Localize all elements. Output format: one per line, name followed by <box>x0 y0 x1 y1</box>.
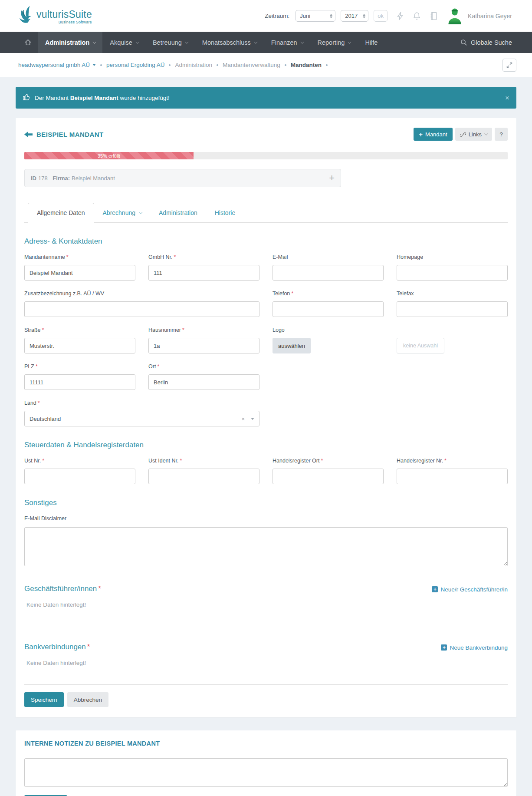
add-bankverbindung-label: Neue Bankverbindung <box>450 644 508 651</box>
bell-icon[interactable] <box>413 12 421 20</box>
geschaeftsfuehrer-empty-state: Keine Daten hinterlegt! <box>24 601 508 608</box>
field-label: Telefon <box>273 291 290 297</box>
gmbh-nr-input[interactable] <box>148 265 259 281</box>
hausnummer-input[interactable] <box>148 338 259 353</box>
user-avatar[interactable] <box>447 8 463 24</box>
required-mark: * <box>38 400 40 406</box>
tab-abrechnung[interactable]: Abrechnung <box>94 203 151 223</box>
handelsregister-nr-input[interactable] <box>397 469 508 484</box>
field-homepage: Homepage <box>397 254 508 281</box>
email-input[interactable] <box>273 265 384 281</box>
field-label: PLZ <box>24 363 34 370</box>
breadcrumb-separator <box>285 64 286 66</box>
tab-allgemeine-daten[interactable]: Allgemeine Daten <box>28 203 94 223</box>
keine-auswahl-button[interactable]: keine Auswahl <box>397 338 444 353</box>
user-name[interactable]: Katharina Geyer <box>468 13 512 20</box>
logo-auswaehlen-button[interactable]: auswählen <box>273 338 311 353</box>
add-geschaeftsfuehrer-link[interactable]: + Neue/r Geschäftsführer/in <box>432 586 508 593</box>
year-select[interactable]: 2017 <box>341 10 368 22</box>
breadcrumb-branch[interactable]: personal Ergolding AÜ <box>106 62 164 68</box>
required-mark: * <box>42 458 44 464</box>
close-icon[interactable]: × <box>505 94 509 102</box>
month-select[interactable]: Juni <box>296 10 335 22</box>
email-disclaimer-textarea[interactable] <box>24 527 508 566</box>
lightning-icon[interactable] <box>396 12 404 20</box>
chevron-down-icon <box>92 40 96 43</box>
nav-monatsabschluss[interactable]: Monatsabschluss <box>195 32 264 53</box>
breadcrumb-administration[interactable]: Administration <box>175 62 212 68</box>
nav-administration[interactable]: Administration <box>38 32 102 53</box>
telefon-input[interactable] <box>273 301 384 317</box>
zeitraum-ok-button[interactable]: ok <box>374 10 388 22</box>
tab-historie[interactable]: Historie <box>206 203 244 223</box>
nav-betreuung[interactable]: Betreuung <box>145 32 195 53</box>
nav-reporting[interactable]: Reporting <box>310 32 358 53</box>
links-dropdown-button[interactable]: Links <box>455 128 492 141</box>
caret-down-icon <box>251 418 254 420</box>
notes-textarea[interactable] <box>24 758 508 787</box>
caret-down-icon <box>92 64 96 66</box>
breadcrumb-mandanten[interactable]: Mandanten <box>291 62 322 68</box>
tab-bar: Allgemeine Daten Abrechnung Administrati… <box>24 203 508 223</box>
required-mark: * <box>174 254 176 260</box>
nav-akquise[interactable]: Akquise <box>102 32 145 53</box>
nav-label: Hilfe <box>365 39 378 46</box>
land-select[interactable]: Deutschland × <box>24 411 259 426</box>
strasse-input[interactable] <box>24 338 135 353</box>
add-mandant-button[interactable]: + Mandant <box>414 128 452 141</box>
add-geschaeftsfuehrer-label: Neue/r Geschäftsführer/in <box>440 586 508 593</box>
zusatzbezeichnung-input[interactable] <box>24 301 259 317</box>
app-logo[interactable]: vulturisSuite Business Software <box>18 5 92 27</box>
field-logo-preview: keine Auswahl <box>397 327 508 353</box>
expand-view-button[interactable] <box>502 59 516 72</box>
add-bankverbindung-link[interactable]: + Neue Bankverbindung <box>441 644 508 651</box>
help-button[interactable]: ? <box>495 128 508 141</box>
nav-finanzen[interactable]: Finanzen <box>264 32 310 53</box>
main-nav: Administration Akquise Betreuung Monatsa… <box>0 32 532 53</box>
global-search-label: Globale Suche <box>471 39 512 46</box>
internal-notes-card: INTERNE NOTIZEN ZU BEISPIEL MANDANT Beme… <box>16 730 516 796</box>
breadcrumb-mandantenverwaltung[interactable]: Mandantenverwaltung <box>223 62 280 68</box>
plus-square-icon: + <box>432 586 438 592</box>
breadcrumb-separator <box>217 64 218 66</box>
save-button[interactable]: Speichern <box>24 692 64 707</box>
addressbook-icon[interactable] <box>430 12 437 20</box>
breadcrumb-separator <box>100 64 102 66</box>
field-hausnummer: Hausnummer* <box>148 327 259 353</box>
field-email: E-Mail <box>273 254 384 281</box>
chevron-down-icon <box>348 40 351 43</box>
ort-input[interactable] <box>148 374 259 390</box>
expand-plus-icon[interactable]: + <box>329 172 335 184</box>
nav-home[interactable] <box>18 32 38 53</box>
breadcrumb-company[interactable]: headwaypersonal gmbh AÜ <box>18 62 96 68</box>
home-icon <box>24 39 32 46</box>
land-value: Deutschland <box>30 416 241 422</box>
mandantenname-input[interactable] <box>24 265 135 281</box>
back-arrow-icon[interactable] <box>24 132 33 137</box>
tab-label: Administration <box>159 209 197 216</box>
mandant-card: BEISPIEL MANDANT + Mandant Links ? 35% e… <box>16 118 516 717</box>
nav-hilfe[interactable]: Hilfe <box>358 32 385 53</box>
field-label: Ust Nr. <box>24 458 41 464</box>
breadcrumb-separator <box>169 64 171 66</box>
stepper-icon <box>330 14 332 18</box>
firma-label: Firma: <box>53 175 70 182</box>
required-mark: * <box>180 458 182 464</box>
section-title-geschaeftsfuehrer: Geschäftsführer/innen* <box>24 585 101 593</box>
field-label: Telefax <box>397 291 508 297</box>
handelsregister-ort-input[interactable] <box>273 469 384 484</box>
chevron-down-icon <box>484 132 488 135</box>
global-search[interactable]: Globale Suche <box>460 32 512 53</box>
telefax-input[interactable] <box>397 301 508 317</box>
ust-ident-nr-input[interactable] <box>148 469 259 484</box>
bankverbindungen-empty-state: Keine Daten hinterlegt! <box>24 660 508 666</box>
cancel-button[interactable]: Abbrechen <box>67 692 108 707</box>
mandant-id-box[interactable]: ID 178 Firma: Beispiel Mandant + <box>24 169 341 187</box>
clear-icon[interactable]: × <box>241 416 245 422</box>
ust-nr-input[interactable] <box>24 469 135 484</box>
field-label: Hausnummer <box>148 327 181 333</box>
homepage-input[interactable] <box>397 265 508 281</box>
plz-input[interactable] <box>24 374 135 390</box>
tab-administration[interactable]: Administration <box>150 203 206 223</box>
field-zusatzbezeichnung: Zusatzbezeichnung z.B. AÜ / WV <box>24 291 259 317</box>
